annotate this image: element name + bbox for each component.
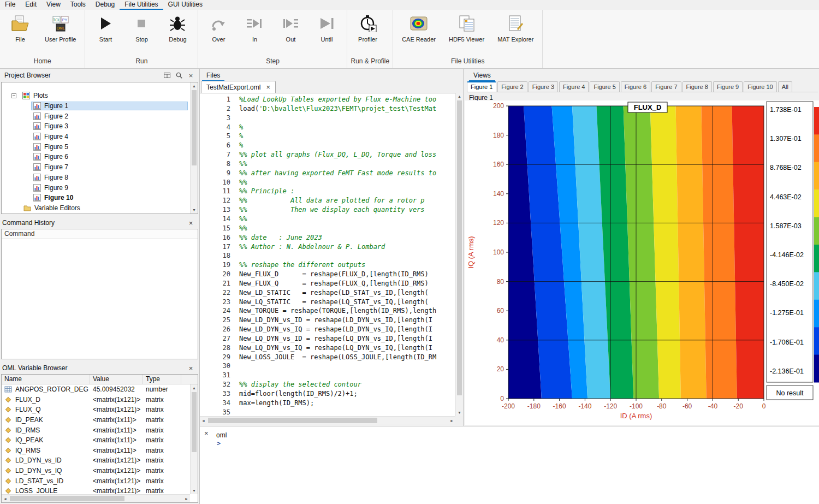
table-row[interactable]: LD_DYN_vs_IQ<matrix(1x121)>matrix <box>2 466 198 476</box>
close-icon[interactable]: × <box>186 218 195 227</box>
oml-console[interactable]: × oml > <box>200 426 819 504</box>
stop-button[interactable]: Stop <box>130 15 153 56</box>
column-header-name[interactable]: Name <box>2 375 90 384</box>
menu-item-file[interactable]: File <box>0 0 20 10</box>
tree-item-figure-5[interactable]: Figure 5 <box>31 143 188 151</box>
scroll-left-button[interactable]: ◄ <box>2 495 9 502</box>
command-history-header: Command History × <box>0 217 198 228</box>
tree-item-figure-2[interactable]: Figure 2 <box>31 112 188 121</box>
view-tab-figure-6[interactable]: Figure 6 <box>621 81 650 92</box>
scroll-down-button[interactable]: ▼ <box>191 487 198 494</box>
dock-icon[interactable] <box>162 71 171 80</box>
user-profile-button[interactable]: TCLPYOMLUser Profile <box>45 15 76 56</box>
file-button[interactable]: File <box>9 15 32 56</box>
console-tab-label[interactable]: oml <box>216 431 227 439</box>
horizontal-scrollbar[interactable]: ◄ ► <box>200 416 455 424</box>
tree-item-figure-1[interactable]: Figure 1 <box>31 102 188 110</box>
folder-icon <box>23 204 31 212</box>
scroll-down-button[interactable]: ▼ <box>456 409 463 416</box>
table-row[interactable]: ID_PEAK<matrix(1x11)>matrix <box>2 415 198 425</box>
close-icon[interactable]: × <box>186 71 195 80</box>
column-header-value[interactable]: Value <box>90 375 143 384</box>
files-panel-tab[interactable]: Files <box>202 70 224 81</box>
out-button[interactable]: Out <box>279 15 302 56</box>
cell-value: <matrix(1x121)> <box>90 477 143 485</box>
menu-item-gui-utilities[interactable]: GUI Utilities <box>163 0 207 10</box>
tree-item-variable-editors[interactable]: Variable Editors <box>21 204 188 212</box>
view-tab-figure-8[interactable]: Figure 8 <box>682 81 712 92</box>
over-button[interactable]: Over <box>207 15 230 56</box>
table-row[interactable]: IQ_RMS<matrix(1x11)>matrix <box>2 446 198 456</box>
view-tab-figure-10[interactable]: Figure 10 <box>744 81 776 92</box>
until-button[interactable]: Until <box>315 15 338 56</box>
close-icon[interactable]: × <box>204 430 209 437</box>
tree-item-figure-3[interactable]: Figure 3 <box>31 122 188 131</box>
scrollbar-thumb[interactable] <box>192 392 197 452</box>
cae-reader-button[interactable]: CAE Reader <box>402 15 436 56</box>
scroll-up-button[interactable]: ▲ <box>191 384 198 392</box>
menu-item-view[interactable]: View <box>41 0 66 10</box>
tree-item-figure-6[interactable]: Figure 6 <box>31 152 188 161</box>
view-tab-figure-5[interactable]: Figure 5 <box>590 81 619 92</box>
menu-item-file-utilities[interactable]: File Utilities <box>120 0 163 10</box>
colorbar-label: -2.136E-01 <box>770 367 804 375</box>
view-tab-all[interactable]: All <box>778 81 792 92</box>
code-line: 20New_FLUX_D = reshape(FLUX_D,[length(ID… <box>200 270 455 279</box>
scroll-right-button[interactable]: ► <box>183 495 190 502</box>
mat-explorer-button[interactable]: MAT Explorer <box>497 15 533 56</box>
views-panel-tab[interactable]: Views <box>469 70 495 81</box>
debug-button[interactable]: Debug <box>166 15 189 56</box>
hdf5-viewer-button[interactable]: HDF5 Viewer <box>449 15 484 56</box>
tree-item-figure-8[interactable]: Figure 8 <box>31 173 188 182</box>
table-row[interactable]: IQ_PEAK<matrix(1x11)>matrix <box>2 435 198 446</box>
vertical-scrollbar[interactable]: ▲ ▼ <box>190 384 198 494</box>
menu-item-tools[interactable]: Tools <box>66 0 91 10</box>
view-tab-figure-4[interactable]: Figure 4 <box>559 81 589 92</box>
view-tab-figure-7[interactable]: Figure 7 <box>651 81 681 92</box>
vertical-scrollbar[interactable]: ▲ ▼ <box>190 82 198 214</box>
start-button[interactable]: Start <box>94 15 117 56</box>
column-header-type[interactable]: Type <box>143 375 181 384</box>
tree-expander-icon[interactable] <box>11 93 16 98</box>
scroll-right-button[interactable]: ► <box>448 417 455 424</box>
scroll-down-button[interactable]: ▼ <box>191 206 198 214</box>
view-tab-figure-9[interactable]: Figure 9 <box>713 81 743 92</box>
project-browser-header: Project Browser × <box>0 70 198 81</box>
in-button[interactable]: In <box>243 15 266 56</box>
scroll-up-button[interactable]: ▲ <box>191 82 198 90</box>
menu-item-edit[interactable]: Edit <box>20 0 41 10</box>
search-icon[interactable] <box>174 71 183 80</box>
vertical-scrollbar[interactable]: ▲ ▼ <box>455 93 463 416</box>
project-tree: ▲ ▼ PlotsFigure 1Figure 2Figure 3Figure … <box>1 82 198 214</box>
view-tab-figure-2[interactable]: Figure 2 <box>497 81 527 92</box>
view-tab-figure-3[interactable]: Figure 3 <box>529 81 558 92</box>
scroll-left-button[interactable]: ◄ <box>200 417 207 424</box>
scrollbar-thumb[interactable] <box>192 90 197 165</box>
close-icon[interactable]: × <box>186 364 195 372</box>
horizontal-scrollbar[interactable]: ◄ ► <box>2 494 190 502</box>
table-row[interactable]: FLUX_Q<matrix(1x121)>matrix <box>2 405 198 415</box>
profiler-button[interactable]: Profiler <box>356 15 379 56</box>
file-tab-testmatexport[interactable]: TestMatExport.oml × <box>201 81 276 93</box>
close-icon[interactable]: × <box>266 84 270 91</box>
scrollbar-thumb[interactable] <box>208 418 377 423</box>
table-row[interactable]: LD_STAT_vs_ID<matrix(1x121)>matrix <box>2 476 198 486</box>
scrollbar-thumb[interactable] <box>457 100 462 395</box>
code-area[interactable]: 1%Load LookUp Tables exported by Flux e-… <box>200 93 455 416</box>
scroll-up-button[interactable]: ▲ <box>456 93 463 100</box>
colorbar-label: -8.450E-02 <box>770 280 804 288</box>
table-row[interactable]: LD_DYN_vs_ID<matrix(1x121)>matrix <box>2 455 198 466</box>
tree-item-plots[interactable]: Plots <box>20 91 188 100</box>
table-row[interactable]: FLUX_D<matrix(1x121)>matrix <box>2 395 198 405</box>
tree-item-figure-7[interactable]: Figure 7 <box>31 163 188 171</box>
command-history-list[interactable] <box>2 239 198 359</box>
tree-item-figure-4[interactable]: Figure 4 <box>31 132 188 141</box>
tree-item-figure-9[interactable]: Figure 9 <box>31 183 188 192</box>
cell-value: <matrix(1x121)> <box>90 406 143 413</box>
table-row[interactable]: ID_RMS<matrix(1x11)>matrix <box>2 425 198 435</box>
tree-item-figure-10[interactable]: Figure 10 <box>31 193 188 202</box>
scrollbar-thumb[interactable] <box>10 496 124 501</box>
table-row[interactable]: ANGPOS_ROTOR_DEG45.009452032number <box>2 384 198 395</box>
menu-item-debug[interactable]: Debug <box>91 0 120 10</box>
view-tab-figure-1[interactable]: Figure 1 <box>467 81 496 92</box>
